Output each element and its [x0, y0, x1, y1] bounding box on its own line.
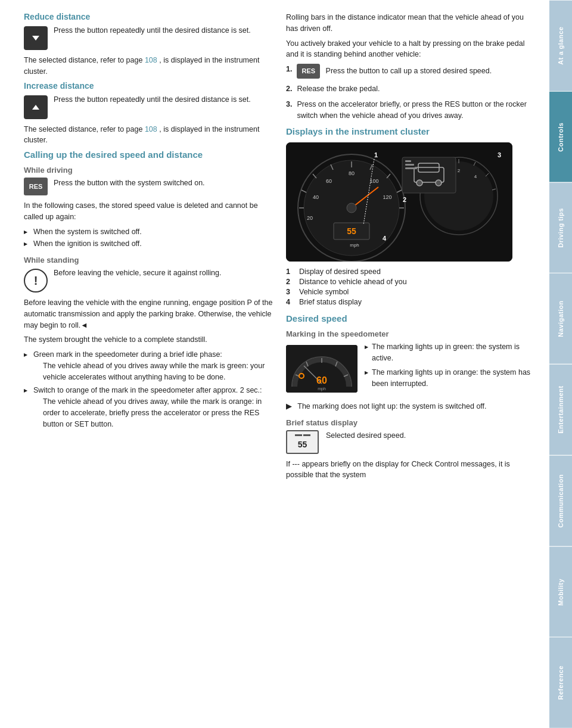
cluster-label-2: 2 Distance to vehicle ahead of you — [286, 278, 531, 286]
reduce-distance-body: The selected distance, refer to page 108… — [24, 55, 274, 77]
desired-speed-section: Desired speed Marking in the speedometer — [286, 313, 531, 481]
svg-text:20: 20 — [307, 215, 313, 221]
calling-up-heading: Calling up the desired speed and distanc… — [24, 150, 274, 160]
while-standing-section: While standing ! Before leaving the vehi… — [24, 256, 274, 430]
sidebar-item-entertainment[interactable]: Entertainment — [549, 364, 572, 455]
sidebar-item-communication[interactable]: Communication — [549, 455, 572, 546]
while-standing-bullets: Green mark in the speedometer during a b… — [24, 349, 274, 430]
svg-text:mph: mph — [350, 242, 359, 248]
left-column: Reduce distance Press the button repeate… — [24, 12, 274, 710]
status-display-bars — [295, 434, 310, 436]
marking-bullet-green: The marking lights up in green: the syst… — [365, 341, 531, 364]
svg-text:2: 2 — [403, 196, 406, 203]
svg-point-45 — [416, 180, 422, 186]
increase-distance-text: Press the button repeatedly until the de… — [54, 94, 251, 105]
speedometer-mini-svg: 60 mph — [286, 345, 358, 393]
while-driving-section: While driving RES Press the button with … — [24, 166, 274, 250]
warning-icon: ! — [24, 269, 48, 293]
displays-heading: Displays in the instrument cluster — [286, 126, 531, 136]
desired-speed-heading: Desired speed — [286, 313, 531, 323]
cluster-label-4: 4 Brief status display — [286, 298, 531, 306]
svg-rect-49 — [405, 167, 417, 169]
while-standing-heading: While standing — [24, 256, 274, 265]
sidebar-item-controls[interactable]: Controls — [549, 91, 572, 182]
svg-text:4: 4 — [383, 235, 387, 242]
svg-text:60: 60 — [316, 375, 327, 385]
down-arrow-icon — [29, 32, 42, 45]
increase-distance-icon[interactable] — [24, 95, 48, 119]
while-standing-body1: Before leaving the vehicle with the engi… — [24, 297, 274, 331]
sub-bullet-orange: The vehicle ahead of you drives away, wh… — [43, 396, 274, 430]
rolling-bars-text: Rolling bars in the distance indicator m… — [286, 12, 531, 35]
reduce-distance-section: Reduce distance Press the button repeate… — [24, 12, 274, 77]
svg-text:80: 80 — [349, 170, 355, 176]
right-column: Rolling bars in the distance indicator m… — [286, 12, 531, 710]
sidebar-item-reference[interactable]: Reference — [549, 637, 572, 728]
increase-page-link[interactable]: 108 — [145, 125, 157, 133]
step-1: 1. RES Press the button to call up a sto… — [286, 64, 531, 79]
marking-bullets: The marking lights up in green: the syst… — [365, 341, 531, 390]
status-display-number: 55 — [298, 440, 307, 449]
svg-rect-48 — [405, 164, 414, 166]
main-content: Reduce distance Press the button repeate… — [0, 0, 549, 728]
status-bar-1 — [295, 434, 302, 436]
svg-point-46 — [436, 180, 442, 186]
sub-bullet-green: The vehicle ahead of you drives away whi… — [43, 360, 274, 383]
while-driving-body: In the following cases, the stored speed… — [24, 200, 274, 223]
bullet-item-green: Green mark in the speedometer during a b… — [24, 349, 274, 382]
sidebar-item-driving-tips[interactable]: Driving tips — [549, 182, 572, 273]
reduce-page-link[interactable]: 108 — [145, 56, 157, 64]
braked-intro: You actively braked your vehicle to a ha… — [286, 38, 531, 61]
reduce-distance-text: Press the button repeatedly until the de… — [54, 25, 251, 36]
reduce-distance-icon[interactable] — [24, 26, 48, 50]
svg-text:1: 1 — [374, 151, 378, 158]
no-light-text: ▶ The marking does not light up: the sys… — [286, 401, 531, 412]
marking-subheading: Marking in the speedometer — [286, 329, 531, 338]
brief-status-text: Selected desired speed. — [326, 430, 406, 441]
while-driving-heading: While driving — [24, 166, 274, 175]
displays-section: Displays in the instrument cluster — [286, 126, 531, 306]
page-wrapper: Reduce distance Press the button repeate… — [0, 0, 572, 728]
res-button-driving[interactable]: RES — [24, 178, 48, 195]
svg-text:55: 55 — [347, 226, 356, 236]
speedometer-mini-image: 60 mph — [286, 345, 358, 393]
step-2: 2. Release the brake pedal. — [286, 83, 531, 95]
sidebar-item-mobility[interactable]: Mobility — [549, 546, 572, 637]
cluster-labels: 1 Display of desired speed 2 Distance to… — [286, 267, 531, 306]
increase-distance-section: Increase distance Press the button repea… — [24, 81, 274, 147]
numbered-steps: 1. RES Press the button to call up a sto… — [286, 64, 531, 122]
sidebar: At a glance Controls Driving tips Naviga… — [549, 0, 572, 728]
reduce-distance-button-row: Press the button repeatedly until the de… — [24, 25, 274, 50]
while-driving-bullets: When the system is switched off. When th… — [24, 226, 274, 250]
sidebar-item-at-a-glance[interactable]: At a glance — [549, 0, 572, 91]
status-bar-2 — [303, 434, 310, 436]
step-3: 3. Press on the accelerator briefly, or … — [286, 99, 531, 122]
brief-status-row: 55 Selected desired speed. — [286, 430, 531, 454]
bullet-item: When the ignition is switched off. — [24, 238, 274, 250]
svg-text:40: 40 — [313, 194, 319, 200]
while-standing-warning-row: ! Before leaving the vehicle, secure it … — [24, 267, 274, 293]
svg-point-24 — [347, 203, 356, 213]
svg-rect-47 — [405, 160, 411, 162]
increase-distance-button-row: Press the button repeatedly until the de… — [24, 94, 274, 119]
svg-text:2: 2 — [458, 168, 461, 173]
svg-text:120: 120 — [383, 194, 391, 200]
instrument-cluster-image: 80 100 120 60 40 20 mph 55 — [286, 142, 512, 262]
bullet-item: When the system is switched off. — [24, 226, 274, 238]
calling-up-section: Calling up the desired speed and distanc… — [24, 150, 274, 430]
while-standing-body2: The system brought the vehicle to a comp… — [24, 334, 274, 346]
brief-status-section: Brief status display 55 Selected desired… — [286, 418, 531, 481]
reduce-distance-heading: Reduce distance — [24, 12, 274, 21]
increase-distance-body: The selected distance, refer to page 108… — [24, 124, 274, 147]
bullet-item-orange: Switch to orange of the mark in the spee… — [24, 385, 274, 430]
res-button-step1[interactable]: RES — [297, 64, 320, 79]
up-arrow-icon — [29, 101, 42, 114]
brief-status-subheading: Brief status display — [286, 418, 531, 427]
sidebar-item-navigation[interactable]: Navigation — [549, 273, 572, 364]
while-driving-text: Press the button with the system switche… — [54, 178, 205, 189]
svg-text:4: 4 — [474, 174, 477, 179]
increase-distance-heading: Increase distance — [24, 81, 274, 91]
status-display-box: 55 — [286, 430, 319, 454]
cluster-svg: 80 100 120 60 40 20 mph 55 — [286, 142, 512, 262]
marking-bullet-orange: The marking lights up in orange: the sys… — [365, 367, 531, 390]
